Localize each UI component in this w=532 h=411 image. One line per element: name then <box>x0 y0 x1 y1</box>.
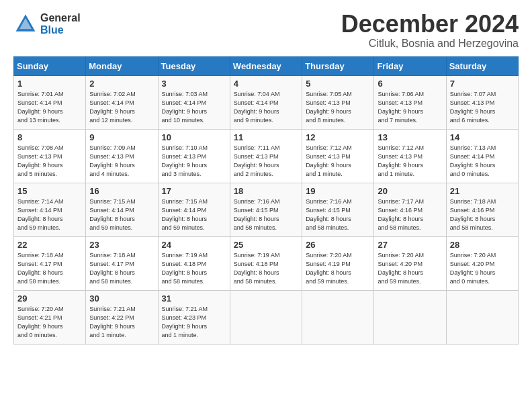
day-info: Sunrise: 7:12 AM Sunset: 4:13 PM Dayligh… <box>306 144 370 179</box>
day-info: Sunrise: 7:07 AM Sunset: 4:13 PM Dayligh… <box>450 90 515 125</box>
day-info: Sunrise: 7:18 AM Sunset: 4:17 PM Dayligh… <box>17 251 82 286</box>
day-info: Sunrise: 7:05 AM Sunset: 4:13 PM Dayligh… <box>306 90 370 125</box>
day-info: Sunrise: 7:16 AM Sunset: 4:15 PM Dayligh… <box>234 197 298 232</box>
logo-text: General Blue <box>40 12 81 36</box>
day-info: Sunrise: 7:16 AM Sunset: 4:15 PM Dayligh… <box>306 197 370 232</box>
day-number: 12 <box>306 132 370 142</box>
day-info: Sunrise: 7:01 AM Sunset: 4:14 PM Dayligh… <box>17 90 82 125</box>
day-info: Sunrise: 7:20 AM Sunset: 4:20 PM Dayligh… <box>378 251 442 286</box>
day-cell: 7Sunrise: 7:07 AM Sunset: 4:13 PM Daylig… <box>446 76 518 130</box>
day-info: Sunrise: 7:19 AM Sunset: 4:18 PM Dayligh… <box>162 251 226 286</box>
day-number: 9 <box>89 132 154 142</box>
day-info: Sunrise: 7:12 AM Sunset: 4:13 PM Dayligh… <box>378 144 442 179</box>
day-info: Sunrise: 7:15 AM Sunset: 4:14 PM Dayligh… <box>162 197 226 232</box>
day-cell: 14Sunrise: 7:13 AM Sunset: 4:14 PM Dayli… <box>446 130 518 183</box>
day-number: 25 <box>234 240 298 250</box>
day-number: 17 <box>162 186 226 196</box>
day-number: 13 <box>378 132 442 142</box>
day-number: 18 <box>234 186 298 196</box>
day-number: 8 <box>17 132 82 142</box>
day-info: Sunrise: 7:14 AM Sunset: 4:14 PM Dayligh… <box>17 197 82 232</box>
day-number: 4 <box>234 79 298 89</box>
day-cell: 21Sunrise: 7:18 AM Sunset: 4:16 PM Dayli… <box>446 183 518 237</box>
day-cell: 24Sunrise: 7:19 AM Sunset: 4:18 PM Dayli… <box>158 237 230 291</box>
header-cell-tuesday: Tuesday <box>158 57 230 76</box>
day-number: 3 <box>162 79 226 89</box>
day-cell: 26Sunrise: 7:20 AM Sunset: 4:19 PM Dayli… <box>302 237 374 291</box>
day-cell: 19Sunrise: 7:16 AM Sunset: 4:15 PM Dayli… <box>302 183 374 237</box>
header-cell-saturday: Saturday <box>446 57 518 76</box>
day-info: Sunrise: 7:21 AM Sunset: 4:22 PM Dayligh… <box>89 305 154 340</box>
day-cell: 20Sunrise: 7:17 AM Sunset: 4:16 PM Dayli… <box>374 183 446 237</box>
day-cell: 11Sunrise: 7:11 AM Sunset: 4:13 PM Dayli… <box>230 130 302 183</box>
day-info: Sunrise: 7:11 AM Sunset: 4:13 PM Dayligh… <box>234 144 298 179</box>
day-number: 26 <box>306 240 370 250</box>
day-info: Sunrise: 7:09 AM Sunset: 4:13 PM Dayligh… <box>89 144 154 179</box>
day-info: Sunrise: 7:19 AM Sunset: 4:18 PM Dayligh… <box>234 251 298 286</box>
day-cell: 15Sunrise: 7:14 AM Sunset: 4:14 PM Dayli… <box>14 183 86 237</box>
header-cell-monday: Monday <box>86 57 158 76</box>
day-cell <box>302 291 374 345</box>
header-cell-wednesday: Wednesday <box>230 57 302 76</box>
day-number: 19 <box>306 186 370 196</box>
day-number: 20 <box>378 186 442 196</box>
day-info: Sunrise: 7:06 AM Sunset: 4:13 PM Dayligh… <box>378 90 442 125</box>
day-number: 29 <box>17 293 82 304</box>
day-number: 11 <box>234 132 298 142</box>
day-cell: 12Sunrise: 7:12 AM Sunset: 4:13 PM Dayli… <box>302 130 374 183</box>
week-row-3: 22Sunrise: 7:18 AM Sunset: 4:17 PM Dayli… <box>14 237 519 291</box>
calendar-header: SundayMondayTuesdayWednesdayThursdayFrid… <box>14 57 519 76</box>
page: General Blue December 2024 Citluk, Bosni… <box>0 0 532 351</box>
day-number: 23 <box>89 240 154 250</box>
page-subtitle: Citluk, Bosnia and Herzegovina <box>341 38 519 50</box>
day-cell: 30Sunrise: 7:21 AM Sunset: 4:22 PM Dayli… <box>86 291 158 345</box>
day-info: Sunrise: 7:17 AM Sunset: 4:16 PM Dayligh… <box>378 197 442 232</box>
day-number: 28 <box>450 240 515 250</box>
day-number: 14 <box>450 132 515 142</box>
day-number: 2 <box>89 79 154 89</box>
day-cell: 10Sunrise: 7:10 AM Sunset: 4:13 PM Dayli… <box>158 130 230 183</box>
day-number: 24 <box>162 240 226 250</box>
day-cell: 4Sunrise: 7:04 AM Sunset: 4:14 PM Daylig… <box>230 76 302 130</box>
day-info: Sunrise: 7:18 AM Sunset: 4:16 PM Dayligh… <box>450 197 515 232</box>
day-cell: 2Sunrise: 7:02 AM Sunset: 4:14 PM Daylig… <box>86 76 158 130</box>
day-cell <box>446 291 518 345</box>
week-row-2: 15Sunrise: 7:14 AM Sunset: 4:14 PM Dayli… <box>14 183 519 237</box>
day-info: Sunrise: 7:20 AM Sunset: 4:20 PM Dayligh… <box>450 251 515 286</box>
title-block: December 2024 Citluk, Bosnia and Herzego… <box>341 12 519 50</box>
day-cell: 6Sunrise: 7:06 AM Sunset: 4:13 PM Daylig… <box>374 76 446 130</box>
day-number: 21 <box>450 186 515 196</box>
day-cell: 23Sunrise: 7:18 AM Sunset: 4:17 PM Dayli… <box>86 237 158 291</box>
day-info: Sunrise: 7:20 AM Sunset: 4:21 PM Dayligh… <box>17 305 82 340</box>
day-cell: 18Sunrise: 7:16 AM Sunset: 4:15 PM Dayli… <box>230 183 302 237</box>
week-row-1: 8Sunrise: 7:08 AM Sunset: 4:13 PM Daylig… <box>14 130 519 183</box>
day-number: 7 <box>450 79 515 89</box>
day-cell: 17Sunrise: 7:15 AM Sunset: 4:14 PM Dayli… <box>158 183 230 237</box>
header-cell-thursday: Thursday <box>302 57 374 76</box>
day-number: 5 <box>306 79 370 89</box>
day-info: Sunrise: 7:20 AM Sunset: 4:19 PM Dayligh… <box>306 251 370 286</box>
day-info: Sunrise: 7:21 AM Sunset: 4:23 PM Dayligh… <box>162 305 226 340</box>
page-title: December 2024 <box>341 12 519 36</box>
day-cell: 22Sunrise: 7:18 AM Sunset: 4:17 PM Dayli… <box>14 237 86 291</box>
day-info: Sunrise: 7:10 AM Sunset: 4:13 PM Dayligh… <box>162 144 226 179</box>
day-number: 31 <box>162 293 226 304</box>
logo-blue: Blue <box>40 24 81 36</box>
week-row-4: 29Sunrise: 7:20 AM Sunset: 4:21 PM Dayli… <box>14 291 519 345</box>
day-cell: 25Sunrise: 7:19 AM Sunset: 4:18 PM Dayli… <box>230 237 302 291</box>
header: General Blue December 2024 Citluk, Bosni… <box>13 12 519 50</box>
calendar-body: 1Sunrise: 7:01 AM Sunset: 4:14 PM Daylig… <box>14 76 519 345</box>
logo: General Blue <box>13 12 81 36</box>
calendar-table: SundayMondayTuesdayWednesdayThursdayFrid… <box>13 56 519 345</box>
day-cell <box>230 291 302 345</box>
header-cell-friday: Friday <box>374 57 446 76</box>
week-row-0: 1Sunrise: 7:01 AM Sunset: 4:14 PM Daylig… <box>14 76 519 130</box>
day-info: Sunrise: 7:13 AM Sunset: 4:14 PM Dayligh… <box>450 144 515 179</box>
day-cell: 1Sunrise: 7:01 AM Sunset: 4:14 PM Daylig… <box>14 76 86 130</box>
day-info: Sunrise: 7:18 AM Sunset: 4:17 PM Dayligh… <box>89 251 154 286</box>
header-row: SundayMondayTuesdayWednesdayThursdayFrid… <box>14 57 519 76</box>
day-number: 27 <box>378 240 442 250</box>
logo-icon <box>13 12 38 36</box>
day-number: 16 <box>89 186 154 196</box>
day-cell: 31Sunrise: 7:21 AM Sunset: 4:23 PM Dayli… <box>158 291 230 345</box>
